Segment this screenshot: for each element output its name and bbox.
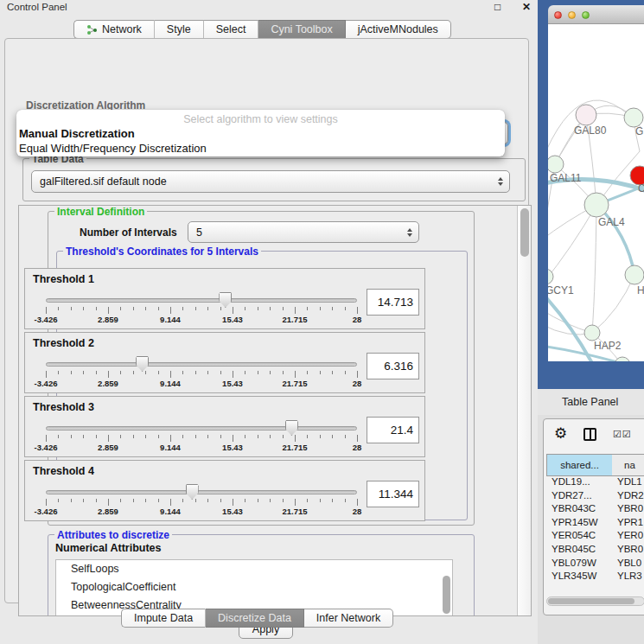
threshold-slider-thumb[interactable] bbox=[186, 484, 199, 500]
slider-tick bbox=[357, 371, 358, 378]
threshold-slider-track[interactable] bbox=[46, 298, 357, 303]
table-cell: YBR045C bbox=[546, 544, 612, 558]
network-graph: GAL80 G C GAL11 GAL4 GCY1 H HAP2 bbox=[548, 24, 644, 361]
table-row[interactable]: YDR27...YDR2 bbox=[546, 490, 644, 504]
slider-tick bbox=[357, 435, 358, 442]
window-close-icon[interactable] bbox=[554, 11, 562, 19]
attribute-list-item[interactable]: SelfLoops bbox=[56, 560, 452, 578]
number-of-intervals-combobox[interactable]: 5 bbox=[188, 221, 419, 243]
threshold-slider-track[interactable] bbox=[46, 490, 357, 494]
tab-impute-data-label: Impute Data bbox=[134, 612, 193, 624]
thresholds-group-title: Threshold's Coordinates for 5 Intervals bbox=[63, 245, 261, 258]
tab-infer-network-label: Infer Network bbox=[316, 612, 380, 624]
bottom-tab-bar: Impute Data Discretize Data Infer Networ… bbox=[121, 609, 393, 628]
table-data-combobox-value: galFiltered.sif default node bbox=[40, 175, 167, 188]
network-window-titlebar[interactable] bbox=[548, 5, 644, 24]
slider-tick bbox=[270, 499, 271, 502]
slider-tick bbox=[283, 435, 284, 438]
table-row[interactable]: YBR043CYBR0 bbox=[546, 503, 644, 517]
slider-tick-label: 28 bbox=[353, 507, 362, 516]
table-cell: YLR345W bbox=[546, 571, 612, 583]
slider-tick bbox=[71, 371, 72, 374]
threshold-slider-track[interactable] bbox=[46, 362, 357, 367]
tab-cyni-toolbox[interactable]: Cyni Toolbox bbox=[258, 20, 345, 39]
tab-network[interactable]: Network bbox=[73, 20, 155, 39]
split-columns-icon[interactable] bbox=[583, 428, 596, 441]
table-row[interactable]: YPR145WYPR1 bbox=[546, 517, 644, 531]
table-cell: YLR3 bbox=[612, 571, 644, 583]
slider-tick bbox=[207, 307, 208, 310]
dropdown-item-equal-width-frequency[interactable]: Equal Width/Frequency Discretization bbox=[18, 142, 502, 155]
tab-impute-data[interactable]: Impute Data bbox=[121, 609, 206, 628]
gear-icon[interactable]: ⚙ bbox=[554, 424, 567, 443]
slider-tick bbox=[307, 435, 308, 438]
table-row[interactable]: YBR045CYBR0 bbox=[546, 544, 644, 558]
slider-tick bbox=[120, 371, 121, 374]
cyni-toolbox-panel: Discretization Algorithm Select algorith… bbox=[4, 38, 529, 603]
threshold-value-field[interactable]: 14.713 bbox=[367, 289, 419, 316]
table-row[interactable]: YBL079WYBL0 bbox=[546, 558, 644, 571]
threshold-slider-track[interactable] bbox=[46, 426, 357, 430]
tab-style[interactable]: Style bbox=[155, 20, 204, 39]
vertical-scrollbar-thumb[interactable] bbox=[520, 208, 529, 257]
tab-network-label: Network bbox=[102, 23, 142, 35]
slider-tick bbox=[233, 371, 233, 378]
attribute-list-item[interactable]: TopologicalCoefficient bbox=[56, 578, 452, 596]
node-label-gal11: GAL11 bbox=[550, 172, 582, 184]
node-label-gal80: GAL80 bbox=[574, 124, 607, 137]
table-cell: YDR27... bbox=[546, 490, 612, 504]
slider-tick bbox=[283, 307, 284, 310]
slider-tick bbox=[220, 435, 221, 438]
slider-tick-label: 15.43 bbox=[222, 443, 243, 452]
slider-tick-label: -3.426 bbox=[35, 379, 58, 388]
threshold-cell: Threshold 4-3.4262.8599.14415.4321.71528… bbox=[24, 460, 425, 521]
close-panel-icon[interactable]: ✕ bbox=[522, 1, 531, 13]
threshold-value-field[interactable]: 6.316 bbox=[367, 353, 419, 379]
tab-jactivemnodules[interactable]: jActiveMNodules bbox=[346, 20, 451, 39]
threshold-value-field[interactable]: 21.4 bbox=[367, 417, 419, 443]
slider-tick bbox=[320, 435, 321, 438]
slider-tick-label: 21.715 bbox=[282, 443, 307, 452]
tab-select[interactable]: Select bbox=[204, 20, 259, 39]
window-minimize-icon[interactable] bbox=[568, 11, 576, 19]
horizontal-scrollbar[interactable] bbox=[546, 596, 644, 606]
table-row[interactable]: YER054CYER0 bbox=[546, 530, 644, 544]
column-header-shared-name[interactable]: shared... bbox=[546, 454, 613, 476]
window-zoom-icon[interactable] bbox=[582, 11, 590, 19]
threshold-value-field[interactable]: 11.344 bbox=[367, 481, 419, 507]
node-gal4 bbox=[584, 193, 609, 217]
list-scrollbar-thumb[interactable] bbox=[443, 576, 450, 614]
slider-tick-label: 21.715 bbox=[282, 379, 307, 388]
slider-tick bbox=[207, 371, 208, 374]
tab-discretize-data[interactable]: Discretize Data bbox=[206, 609, 304, 628]
slider-tick bbox=[220, 371, 221, 374]
threshold-slider-thumb[interactable] bbox=[219, 292, 232, 308]
slider-tick bbox=[158, 307, 159, 310]
slider-tick bbox=[96, 307, 97, 310]
slider-tick bbox=[96, 499, 97, 502]
slider-tick bbox=[233, 435, 233, 442]
threshold-slider-thumb[interactable] bbox=[136, 356, 149, 372]
float-panel-icon[interactable]: □ bbox=[494, 1, 501, 13]
slider-tick-label: 9.144 bbox=[160, 379, 181, 388]
network-canvas[interactable]: GAL80 G C GAL11 GAL4 GCY1 H HAP2 bbox=[548, 24, 644, 361]
slider-tick bbox=[245, 371, 245, 374]
table-data-combobox[interactable]: galFiltered.sif default node bbox=[31, 170, 510, 193]
network-view-window: GAL80 G C GAL11 GAL4 GCY1 H HAP2 bbox=[548, 5, 644, 361]
table-row[interactable]: YDL19...YDL1 bbox=[546, 476, 644, 490]
slider-tick bbox=[295, 307, 296, 314]
threshold-slider-thumb[interactable] bbox=[285, 420, 298, 436]
column-header-name[interactable]: na bbox=[612, 454, 644, 476]
horizontal-scrollbar-thumb[interactable] bbox=[548, 598, 634, 604]
slider-tick bbox=[295, 499, 296, 506]
table-row[interactable]: YLR345WYLR3 bbox=[546, 571, 644, 583]
select-columns-icon[interactable]: ☑☑ bbox=[613, 429, 632, 440]
node-label-partial-g: G bbox=[635, 125, 643, 137]
dropdown-item-manual-discretization[interactable]: Manual Discretization bbox=[18, 127, 502, 140]
slider-tick bbox=[170, 435, 171, 442]
vertical-scrollbar[interactable] bbox=[517, 206, 531, 615]
tab-infer-network[interactable]: Infer Network bbox=[304, 609, 393, 628]
slider-tick bbox=[182, 371, 183, 374]
slider-tick-label: 15.43 bbox=[222, 507, 243, 516]
slider-tick bbox=[345, 435, 346, 438]
